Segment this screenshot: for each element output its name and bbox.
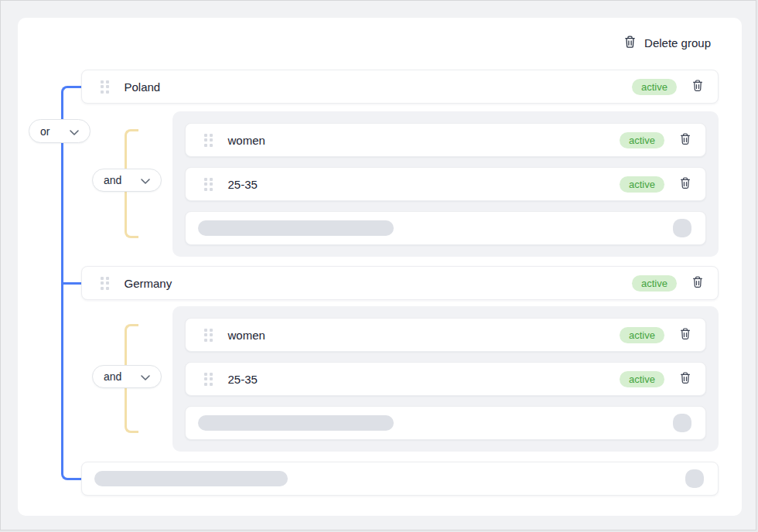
delete-row-button[interactable] [691,275,704,291]
condition-label: 25-35 [228,373,258,386]
condition-row-women: women active [185,123,706,157]
condition-row-age: 25-35 active [185,362,706,396]
root-operator-select[interactable]: or [29,119,90,143]
drag-handle[interactable] [204,373,213,386]
condition-label: women [228,329,265,342]
skeleton-bar [198,220,394,236]
group-operator-select-germany[interactable]: and [92,365,162,388]
trash-icon [691,275,704,291]
condition-row-women: women active [185,318,706,352]
trash-icon [623,35,637,51]
skeleton-bar [198,415,394,431]
conditions-panel-poland: women active 25-35 active [172,111,719,257]
status-badge[interactable]: active [620,132,664,148]
drag-handle[interactable] [101,277,109,290]
trash-icon [691,79,704,94]
drag-handle[interactable] [101,80,109,94]
group-name: Poland [125,80,161,94]
delete-row-button[interactable] [679,371,691,387]
drag-handle[interactable] [204,329,213,342]
filter-builder-panel: Delete group or Poland active [18,18,742,516]
condition-row-age: 25-35 active [185,167,706,201]
group-row-poland: Poland active [81,70,719,104]
delete-group-label: Delete group [644,36,711,49]
group-row-germany: Germany active [81,266,719,300]
root-operator-value: or [40,125,50,138]
status-badge[interactable]: active [632,79,677,95]
status-badge[interactable]: active [620,327,664,343]
drag-handle[interactable] [204,178,213,191]
skeleton-row [185,211,706,245]
status-badge[interactable]: active [620,371,664,387]
trash-icon [679,371,691,387]
skeleton-dot [685,469,704,488]
group-operator-value: and [104,370,121,383]
delete-group-button[interactable]: Delete group [623,32,711,53]
drag-handle[interactable] [204,134,213,147]
delete-row-button[interactable] [679,327,691,343]
group-name: Germany [125,277,172,290]
skeleton-row [185,406,706,440]
status-badge[interactable]: active [632,275,677,292]
or-connector-branch [61,282,81,285]
skeleton-bar [94,471,288,486]
condition-label: women [228,134,265,147]
skeleton-row [81,462,719,496]
conditions-panel-germany: women active 25-35 active [172,306,719,452]
trash-icon [679,327,691,343]
delete-row-button[interactable] [679,176,691,192]
trash-icon [679,176,691,192]
chevron-down-icon [141,370,150,383]
chevron-down-icon [70,125,79,138]
condition-label: 25-35 [228,178,258,191]
status-badge[interactable]: active [620,176,664,193]
skeleton-dot [673,414,691,432]
page: Delete group or Poland active [0,0,756,530]
group-operator-value: and [104,174,121,186]
trash-icon [679,132,691,148]
group-operator-select-poland[interactable]: and [92,169,162,192]
chevron-down-icon [141,174,150,186]
delete-row-button[interactable] [679,132,691,148]
skeleton-dot [673,219,691,237]
delete-row-button[interactable] [691,79,704,94]
